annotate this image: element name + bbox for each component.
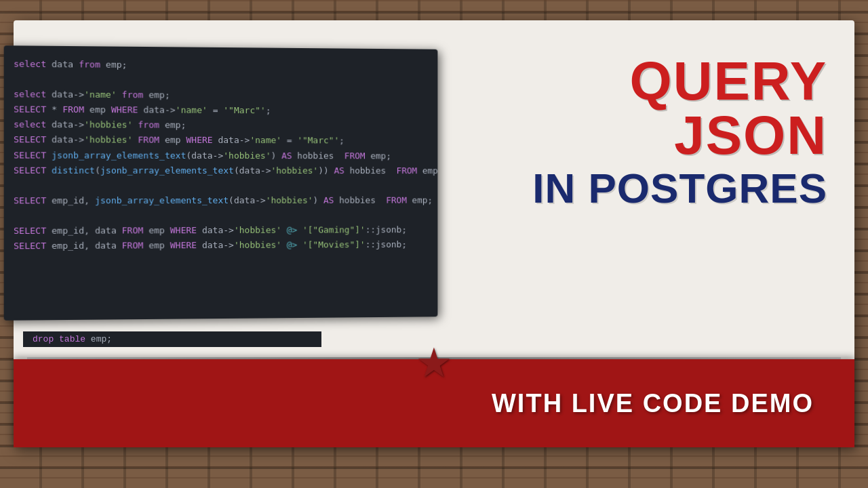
- code-panel: select data from emp; select data->'name…: [4, 45, 438, 321]
- code-line-blank3: [14, 207, 429, 223]
- code-line-4: select data->'hobbies' from emp;: [14, 117, 429, 134]
- code-content: select data from emp; select data->'name…: [14, 57, 429, 254]
- title-in-postgres: IN POSTGRES: [434, 165, 827, 211]
- main-card: select data from emp; select data->'name…: [14, 20, 854, 447]
- code-line-1: select data from emp;: [14, 57, 429, 75]
- code-line-3: SELECT * FROM emp WHERE data->'name' = '…: [14, 102, 429, 119]
- code-line-7: SELECT distinct(jsonb_array_elements_tex…: [14, 163, 429, 178]
- code-line-9: SELECT emp_id, data FROM emp WHERE data-…: [14, 222, 429, 239]
- code-line-5: SELECT data->'hobbies' FROM emp WHERE da…: [14, 132, 429, 148]
- code-line-blank2: [14, 178, 429, 193]
- title-json: JSON: [434, 108, 827, 163]
- banner-text: WITH LIVE CODE DEMO: [492, 389, 814, 418]
- title-query: QUERY: [434, 54, 827, 108]
- star-decoration: ★: [416, 339, 452, 386]
- code-line-8: SELECT emp_id, jsonb_array_elements_text…: [14, 193, 429, 209]
- title-area: QUERY JSON IN POSTGRES: [434, 54, 827, 211]
- code-line-6: SELECT jsonb_array_elements_text(data->'…: [14, 148, 429, 163]
- code-drop-table: drop table emp;: [23, 331, 321, 347]
- code-line-2: select data->'name' from emp;: [14, 87, 429, 104]
- code-line-10: SELECT emp_id, data FROM emp WHERE data-…: [14, 237, 429, 254]
